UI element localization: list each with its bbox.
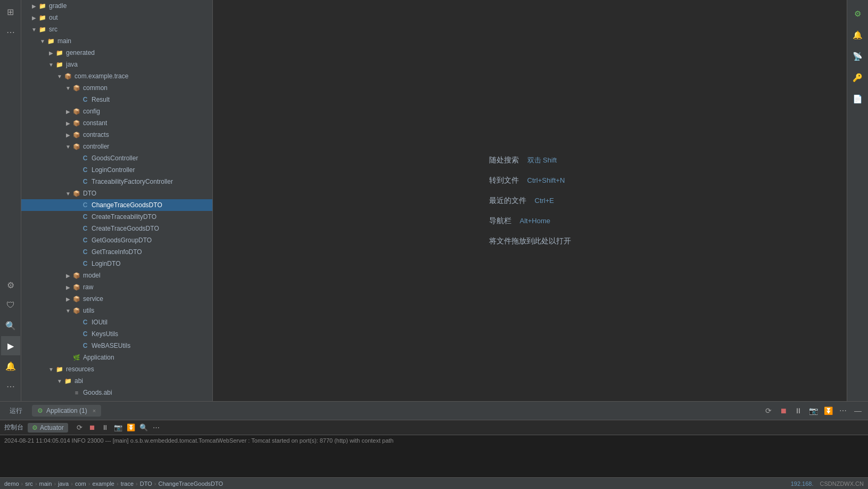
- tree-item-generated[interactable]: ▶📁generated: [21, 47, 212, 59]
- tree-item-gradle[interactable]: ▶📁gradle: [21, 0, 212, 12]
- breadcrumb-sep: ›: [117, 480, 119, 487]
- run-stop-btn[interactable]: ⏹: [778, 405, 789, 417]
- right-bar-plugin2[interactable]: 🔔: [848, 26, 867, 45]
- tree-item-Goods.abi[interactable]: ≡Goods.abi: [21, 387, 212, 398]
- tree-item-GetGoodsGroupDTO[interactable]: CGetGoodsGroupDTO: [21, 234, 212, 246]
- tree-item-CreateTraceGoodsDTO[interactable]: CCreateTraceGoodsDTO: [21, 223, 212, 234]
- console-stop[interactable]: ⏹: [87, 422, 98, 433]
- welcome-shortcut[interactable]: Ctrl+E: [535, 197, 554, 205]
- class-icon: C: [81, 224, 89, 233]
- folder-icon: 📁: [55, 365, 64, 373]
- breadcrumb-item[interactable]: DTO: [140, 480, 152, 487]
- tree-item-CreateTraceabilityDTO[interactable]: CCreateTraceabilityDTO: [21, 211, 212, 223]
- icon-bar-shield[interactable]: 🛡: [1, 296, 20, 315]
- run-more-btn[interactable]: ⋯: [837, 405, 849, 417]
- tree-item-common[interactable]: ▼📦common: [21, 82, 212, 94]
- icon-bar-notification[interactable]: 🔔: [1, 356, 20, 376]
- run-label: 运行: [4, 404, 28, 418]
- tree-item-model[interactable]: ▶📦model: [21, 270, 212, 281]
- console-pause[interactable]: ⏸: [100, 422, 111, 433]
- tree-arrow: ▶: [64, 120, 72, 126]
- breadcrumb-item[interactable]: main: [39, 480, 52, 487]
- tree-item-LoginDTO[interactable]: CLoginDTO: [21, 258, 212, 270]
- welcome-row: 最近的文件Ctrl+E: [489, 196, 571, 206]
- icon-bar-search[interactable]: 🔍: [1, 316, 20, 335]
- tree-label: Application: [83, 354, 210, 361]
- tree-item-java[interactable]: ▼📁java: [21, 59, 212, 70]
- icon-bar-grid[interactable]: ⊞: [1, 2, 20, 21]
- status-right: 192.168. CSDNZDWX.CN: [791, 480, 864, 487]
- bottom-section: 运行 ⚙ Application (1) × ⟳ ⏹ ⏸ 📷 ⏬ ⋯ — 控制台…: [0, 401, 868, 489]
- tree-item-GoodsController[interactable]: CGoodsController: [21, 152, 212, 164]
- tree-item-utils[interactable]: ▼📦utils: [21, 305, 212, 316]
- console-scroll[interactable]: ⏬: [126, 422, 136, 433]
- icon-bar-overflow[interactable]: ⋯: [1, 377, 20, 396]
- breadcrumb-item[interactable]: src: [25, 480, 33, 487]
- right-bar-plugin1[interactable]: ⚙: [848, 4, 867, 23]
- console-area: 2024-08-21 11:04:05.014 INFO 23000 --- […: [0, 435, 868, 477]
- breadcrumb-item[interactable]: com: [75, 480, 86, 487]
- tree-item-Application[interactable]: 🌿Application: [21, 352, 212, 363]
- welcome-action: 随处搜索: [489, 156, 519, 165]
- tree-item-LoginController[interactable]: CLoginController: [21, 164, 212, 176]
- tree-label: GoodsController: [92, 154, 210, 162]
- tree-arrow: ▼: [55, 74, 64, 79]
- run-bar: 运行 ⚙ Application (1) × ⟳ ⏹ ⏸ 📷 ⏬ ⋯ —: [0, 401, 868, 420]
- breadcrumb-sep: ›: [71, 480, 73, 487]
- tree-item-contracts[interactable]: ▶📦contracts: [21, 129, 212, 141]
- breadcrumb-item[interactable]: trace: [121, 480, 134, 487]
- tree-item-out[interactable]: ▶📁out: [21, 12, 212, 23]
- right-bar-plugin4[interactable]: 🔑: [848, 68, 867, 87]
- tree-item-controller[interactable]: ▼📦controller: [21, 141, 212, 152]
- welcome-shortcut[interactable]: 双击 Shift: [527, 156, 557, 165]
- run-scroll-btn[interactable]: ⏬: [822, 405, 834, 417]
- console-search[interactable]: 🔍: [138, 422, 149, 433]
- run-minimize-btn[interactable]: —: [852, 405, 864, 417]
- run-restart-btn[interactable]: ⟳: [763, 405, 774, 417]
- tree-item-constant[interactable]: ▶📦constant: [21, 117, 212, 129]
- right-bar-plugin5[interactable]: 📄: [848, 89, 867, 109]
- welcome-row: 转到文件Ctrl+Shift+N: [489, 176, 571, 185]
- console-restart[interactable]: ⟳: [75, 422, 85, 433]
- tree-item-resources[interactable]: ▼📁resources: [21, 363, 212, 375]
- run-snapshot-btn[interactable]: 📷: [807, 405, 819, 417]
- application-tab[interactable]: ⚙ Application (1) ×: [32, 405, 101, 417]
- icon-bar-more[interactable]: ⋯: [1, 22, 20, 42]
- tree-label: service: [83, 295, 210, 303]
- tree-label: LoginController: [92, 166, 210, 174]
- tree-item-src[interactable]: ▼📁src: [21, 23, 212, 35]
- tree-item-KeysUtils[interactable]: CKeysUtils: [21, 328, 212, 340]
- tree-item-abi[interactable]: ▼📁abi: [21, 375, 212, 387]
- tree-item-config[interactable]: ▶📦config: [21, 105, 212, 117]
- tree-item-ChangeTraceGoodsDTO[interactable]: CChangeTraceGoodsDTO: [21, 199, 212, 211]
- console-camera[interactable]: 📷: [113, 422, 123, 433]
- icon-bar-run[interactable]: ▶: [1, 336, 20, 355]
- icon-bar-settings[interactable]: ⚙: [1, 275, 20, 295]
- tree-item-DTO[interactable]: ▼📦DTO: [21, 188, 212, 199]
- breadcrumb-item[interactable]: java: [58, 480, 69, 487]
- tree-item-IOUtil[interactable]: CIOUtil: [21, 316, 212, 328]
- class-icon: C: [81, 154, 89, 162]
- tree-label: com.example.trace: [75, 72, 210, 80]
- tree-item-WeBASEUtils[interactable]: CWeBASEUtils: [21, 340, 212, 352]
- welcome-shortcut[interactable]: Alt+Home: [520, 217, 550, 225]
- actuator-tab[interactable]: ⚙ Actuator: [28, 423, 68, 433]
- right-bar-plugin3[interactable]: 📡: [848, 47, 867, 66]
- tree-item-com.example.trace[interactable]: ▼📦com.example.trace: [21, 70, 212, 82]
- tree-item-service[interactable]: ▶📦service: [21, 293, 212, 305]
- console-more[interactable]: ⋯: [151, 422, 162, 433]
- tree-item-GetTraceInfoDTO[interactable]: CGetTraceInfoDTO: [21, 246, 212, 258]
- run-pause-btn[interactable]: ⏸: [792, 405, 804, 417]
- tree-item-TraceabilityFactoryController[interactable]: CTraceabilityFactoryController: [21, 176, 212, 188]
- package-icon: 📦: [72, 142, 81, 151]
- breadcrumb-item[interactable]: demo: [4, 480, 19, 487]
- breadcrumb-item[interactable]: example: [92, 480, 114, 487]
- tree-label: controller: [83, 143, 210, 150]
- tree-item-main[interactable]: ▼📁main: [21, 35, 212, 47]
- tab-close-btn[interactable]: ×: [93, 408, 96, 414]
- breadcrumb-item[interactable]: ChangeTraceGoodsDTO: [158, 480, 223, 487]
- welcome-action: 转到文件: [489, 176, 519, 185]
- welcome-shortcut[interactable]: Ctrl+Shift+N: [527, 176, 565, 184]
- tree-item-raw[interactable]: ▶📦raw: [21, 281, 212, 293]
- tree-item-Result[interactable]: CResult: [21, 94, 212, 105]
